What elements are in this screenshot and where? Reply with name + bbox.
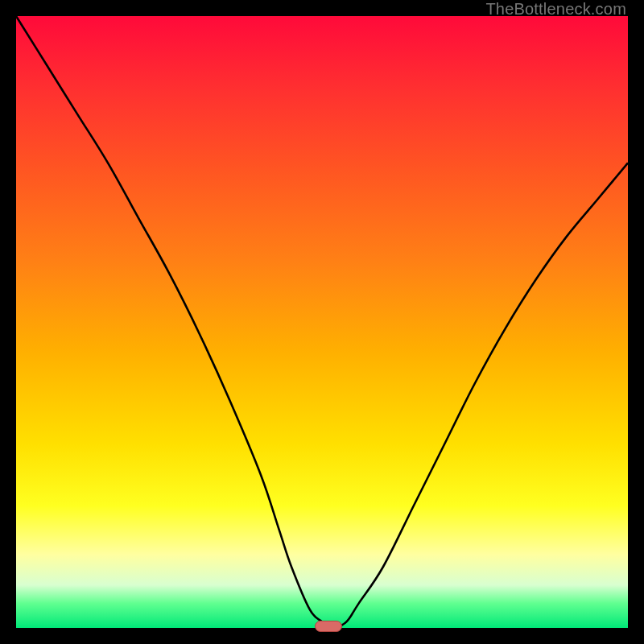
bottleneck-curve [16, 16, 628, 628]
optimal-point-marker [315, 621, 342, 632]
chart-plot-area [16, 16, 628, 628]
